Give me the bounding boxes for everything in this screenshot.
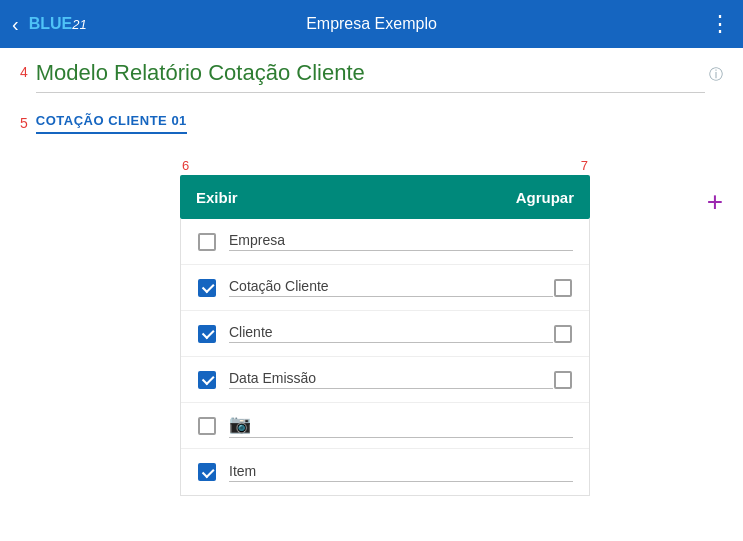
- table-row: Cliente: [181, 311, 589, 357]
- exibir-checkbox-data-emissao[interactable]: [197, 370, 217, 390]
- exibir-checkbox-camera[interactable]: [197, 416, 217, 436]
- table-container: 6 7 Exibir Agrupar Empresa: [180, 158, 590, 496]
- col-6-number: 6: [182, 158, 189, 173]
- more-options-icon[interactable]: ⋮: [709, 11, 731, 37]
- exibir-checkbox-cliente[interactable]: [197, 324, 217, 344]
- page-content: 4 Modelo Relatório Cotação Cliente ⓘ 5 C…: [0, 48, 743, 496]
- exibir-checkbox-empresa[interactable]: [197, 232, 217, 252]
- exibir-checkbox-cotacao[interactable]: [197, 278, 217, 298]
- tab-label: COTAÇÃO CLIENTE 01: [36, 113, 187, 132]
- header-title: Empresa Exemplo: [306, 15, 437, 33]
- row-label-empresa: Empresa: [229, 232, 573, 251]
- table-row: Data Emissão: [181, 357, 589, 403]
- app-logo: BLUE21: [29, 15, 87, 33]
- table-body: Empresa Cotação Cliente: [180, 219, 590, 496]
- step-4-label: 4: [20, 64, 28, 80]
- step-5-label: 5: [20, 115, 28, 131]
- agrupar-checkbox-cliente[interactable]: [553, 324, 573, 344]
- agrupar-checkbox-data-emissao[interactable]: [553, 370, 573, 390]
- back-button[interactable]: ‹: [12, 13, 19, 36]
- agrupar-checkbox-cotacao[interactable]: [553, 278, 573, 298]
- table-row: Cotação Cliente: [181, 265, 589, 311]
- row-label-camera: 📷: [229, 413, 573, 438]
- camera-icon: 📷: [229, 414, 251, 434]
- table-row: Empresa: [181, 219, 589, 265]
- help-icon[interactable]: ⓘ: [709, 66, 723, 84]
- page-title: Modelo Relatório Cotação Cliente: [36, 60, 705, 93]
- tab-cotacao-cliente[interactable]: COTAÇÃO CLIENTE 01: [36, 113, 187, 134]
- app-header: ‹ BLUE21 Empresa Exemplo ⋮: [0, 0, 743, 48]
- col-headers-row: 6 7: [180, 158, 590, 173]
- row-label-data-emissao: Data Emissão: [229, 370, 553, 389]
- row-label-cliente: Cliente: [229, 324, 553, 343]
- row-label-item: Item: [229, 463, 573, 482]
- table-row: Item: [181, 449, 589, 495]
- col-agrupar-header: Agrupar: [516, 189, 574, 206]
- table-header: Exibir Agrupar: [180, 175, 590, 219]
- table-row: 📷: [181, 403, 589, 449]
- title-row: 4 Modelo Relatório Cotação Cliente ⓘ: [20, 60, 723, 93]
- exibir-checkbox-item[interactable]: [197, 462, 217, 482]
- row-label-cotacao: Cotação Cliente: [229, 278, 553, 297]
- col-exibir-header: Exibir: [196, 189, 516, 206]
- col-7-number: 7: [581, 158, 588, 173]
